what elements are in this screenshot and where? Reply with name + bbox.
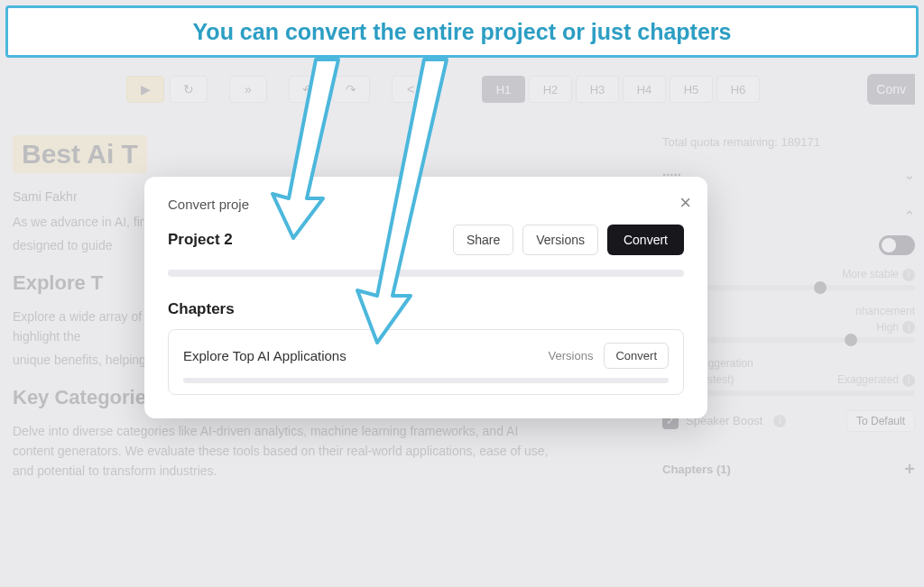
chapter-progress [183,378,669,383]
chapter-versions-button[interactable]: Versions [549,349,594,362]
annotation-arrow-project [262,54,352,243]
close-button[interactable]: × [679,191,691,215]
project-versions-button[interactable]: Versions [522,225,598,255]
project-name: Project 2 [168,231,233,249]
annotation-arrow-chapters [352,54,460,352]
project-convert-button[interactable]: Convert [607,225,684,255]
annotation-banner: You can convert the entire project or ju… [5,5,919,58]
close-icon: × [679,191,691,214]
share-button[interactable]: Share [453,225,513,255]
chapter-convert-button[interactable]: Convert [604,343,669,369]
annotation-text: You can convert the entire project or ju… [193,19,732,45]
